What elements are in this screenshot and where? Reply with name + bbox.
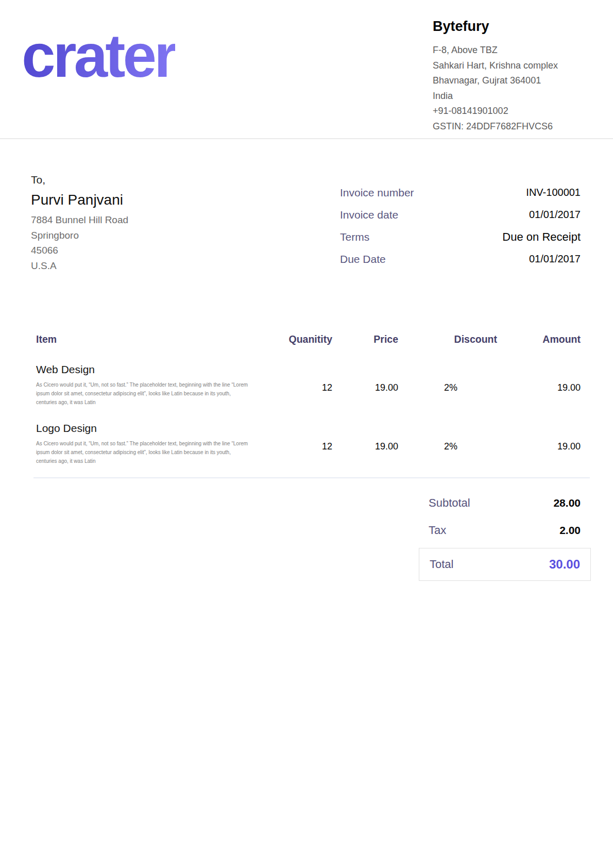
header-item: Item (36, 332, 268, 346)
item-discount: 2% (398, 441, 497, 465)
items-table-header: Item Quanitity Price Discount Amount (36, 332, 581, 346)
item-price: 19.00 (332, 441, 398, 465)
company-address-line: Sahkari Hart, Krishna complex (433, 58, 598, 74)
item-amount: 19.00 (497, 382, 581, 407)
company-address-line: F-8, Above TBZ (433, 43, 598, 58)
invoice-date-value: 01/01/2017 (529, 209, 581, 221)
item-name: Logo Design (36, 421, 268, 436)
table-row: Logo Design As Cicero would put it, “Um,… (36, 421, 581, 465)
invoice-page: crater Bytefury F-8, Above TBZ Sahkari H… (0, 0, 613, 868)
item-quantity: 12 (268, 441, 332, 465)
company-gstin: GSTIN: 24DDF7682FHVCS6 (433, 119, 598, 135)
invoice-date-label: Invoice date (340, 209, 398, 221)
subtotal-value: 28.00 (553, 497, 581, 509)
item-description: As Cicero would put it, “Um, not so fast… (36, 439, 252, 465)
invoice-number-label: Invoice number (340, 187, 414, 199)
total-box: Total 30.00 (419, 548, 591, 581)
item-quantity: 12 (268, 382, 332, 407)
invoice-number-row: Invoice number INV-100001 (340, 181, 581, 204)
terms-row: Terms Due on Receipt (340, 226, 581, 248)
header-amount: Amount (497, 332, 581, 346)
tax-row: Tax 2.00 (429, 524, 581, 537)
item-cell: Logo Design As Cicero would put it, “Um,… (36, 421, 268, 465)
customer-name: Purvi Panjvani (31, 191, 128, 209)
terms-label: Terms (340, 231, 369, 243)
bill-to-block: To, Purvi Panjvani 7884 Bunnel Hill Road… (31, 173, 128, 273)
items-table: Item Quanitity Price Discount Amount Web… (36, 332, 581, 465)
customer-address-line: Springboro (31, 228, 128, 243)
invoice-meta-block: Invoice number INV-100001 Invoice date 0… (340, 181, 581, 270)
company-address-line: Bhavnagar, Gujrat 364001 (433, 73, 598, 89)
tax-label: Tax (429, 524, 446, 537)
invoice-number-value: INV-100001 (526, 187, 581, 198)
company-address-line: India (433, 89, 598, 104)
header-discount: Discount (398, 332, 497, 346)
company-name: Bytefury (433, 19, 598, 35)
company-phone: +91-08141901002 (433, 104, 598, 119)
totals-divider (33, 477, 590, 478)
customer-address-line: 45066 (31, 243, 128, 258)
total-label: Total (430, 558, 453, 571)
item-price: 19.00 (332, 382, 398, 407)
invoice-header: crater Bytefury F-8, Above TBZ Sahkari H… (0, 0, 613, 139)
item-amount: 19.00 (497, 441, 581, 465)
bill-to-label: To, (31, 173, 128, 186)
total-value: 30.00 (549, 557, 580, 572)
customer-address-line: U.S.A (31, 258, 128, 274)
customer-address-line: 7884 Bunnel Hill Road (31, 212, 128, 228)
subtotal-row: Subtotal 28.00 (429, 496, 581, 510)
due-date-row: Due Date 01/01/2017 (340, 248, 581, 270)
due-date-label: Due Date (340, 253, 386, 265)
item-description: As Cicero would put it, “Um, not so fast… (36, 380, 252, 407)
header-quantity: Quanitity (268, 332, 332, 346)
table-row: Web Design As Cicero would put it, “Um, … (36, 362, 581, 407)
terms-value: Due on Receipt (502, 230, 581, 244)
company-block: Bytefury F-8, Above TBZ Sahkari Hart, Kr… (433, 19, 598, 134)
header-price: Price (332, 332, 398, 346)
crater-logo: crater (22, 25, 175, 87)
subtotal-label: Subtotal (429, 496, 470, 510)
due-date-value: 01/01/2017 (529, 253, 581, 265)
item-discount: 2% (398, 382, 497, 407)
invoice-date-row: Invoice date 01/01/2017 (340, 204, 581, 226)
tax-value: 2.00 (559, 524, 581, 537)
item-name: Web Design (36, 362, 268, 377)
item-cell: Web Design As Cicero would put it, “Um, … (36, 362, 268, 407)
